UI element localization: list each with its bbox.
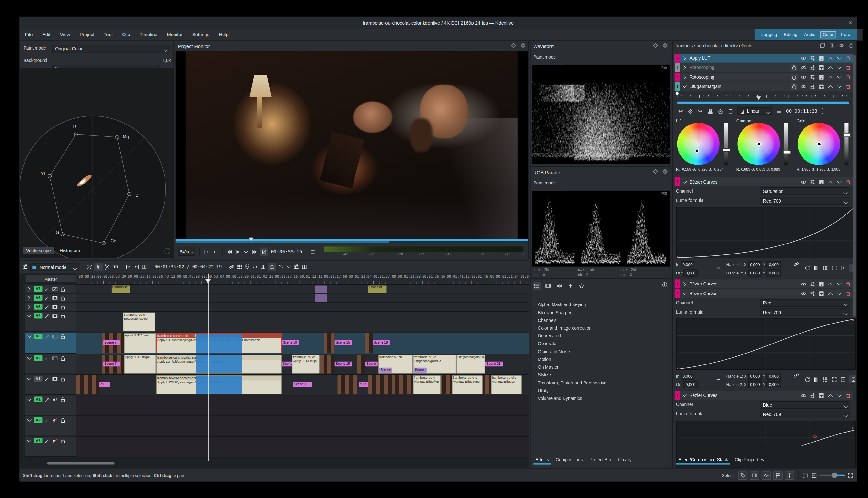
stack-copy-icon[interactable] bbox=[819, 42, 826, 48]
zoom-in-icon[interactable] bbox=[847, 472, 854, 478]
timeline-playhead[interactable] bbox=[208, 273, 209, 461]
curve-mode-button[interactable] bbox=[849, 376, 857, 383]
zoom-fit-icon[interactable] bbox=[803, 472, 809, 478]
clip[interactable] bbox=[324, 333, 335, 353]
browser-spk-button[interactable] bbox=[555, 281, 564, 290]
link-handles-icon[interactable] bbox=[793, 372, 799, 379]
monitor-seekbar[interactable] bbox=[176, 239, 528, 241]
delete-effect-icon[interactable] bbox=[845, 65, 851, 71]
zone-mode-button[interactable] bbox=[260, 247, 269, 256]
keyframe-toggle-button[interactable] bbox=[791, 64, 798, 71]
layout-tab-roto[interactable]: Roto bbox=[838, 31, 852, 38]
move-down-icon[interactable] bbox=[836, 393, 842, 399]
film-icon[interactable] bbox=[52, 376, 58, 382]
monitor-resolution-select[interactable]: 540p ⌄ bbox=[178, 247, 196, 256]
effect-category[interactable]: Alpha, Mask and Keying bbox=[532, 301, 669, 309]
track-header-V3[interactable]: V3 bbox=[25, 332, 77, 354]
track-header-V1[interactable]: V1 bbox=[25, 375, 77, 395]
layout-tab-color[interactable]: Color bbox=[820, 31, 836, 38]
keyframe-stopwatch-icon[interactable] bbox=[718, 108, 723, 114]
track-options-icon[interactable] bbox=[293, 264, 300, 270]
status-marker-button[interactable] bbox=[785, 471, 794, 479]
channel-select[interactable]: Saturation bbox=[760, 187, 850, 195]
scene-marker[interactable]: Scene 11 bbox=[293, 382, 312, 388]
play-options-icon[interactable] bbox=[244, 248, 250, 254]
scene-marker[interactable]: e 6 bbox=[99, 382, 110, 388]
layout-tab-audio[interactable]: Audio bbox=[802, 31, 818, 38]
track-target-V3[interactable]: V3 bbox=[34, 333, 42, 339]
select-tool-button[interactable] bbox=[94, 263, 103, 271]
track-target-V5[interactable]: V5 bbox=[34, 304, 42, 310]
stack-watch-icon[interactable] bbox=[848, 42, 854, 48]
monitor-menu-icon[interactable] bbox=[309, 248, 315, 254]
keyframe-ruler[interactable] bbox=[674, 92, 854, 102]
multicam-icon[interactable] bbox=[260, 264, 266, 270]
timeline-playhead-head[interactable] bbox=[205, 279, 211, 284]
layout-tab-logging[interactable]: Logging bbox=[759, 31, 779, 38]
clip[interactable]: framboise-ou-chApply LUT/Lift/ga bbox=[292, 355, 319, 374]
spk-icon[interactable] bbox=[52, 397, 58, 403]
effect-category[interactable]: Grain and Noise bbox=[532, 348, 669, 356]
track-lane-V3[interactable]: Scene 7Apply LUT/Rotoscframboise-ou-choc… bbox=[77, 332, 529, 354]
remove-point-button[interactable] bbox=[715, 265, 721, 271]
master-button[interactable]: Master bbox=[25, 274, 77, 283]
track-lane-A2[interactable] bbox=[77, 416, 529, 437]
presets-icon[interactable] bbox=[809, 55, 815, 61]
timeline-zone-in-icon[interactable] bbox=[126, 264, 132, 270]
next-keyframe-icon[interactable] bbox=[697, 108, 703, 114]
grid-icon[interactable] bbox=[237, 264, 243, 270]
delete-effect-icon[interactable] bbox=[845, 179, 851, 185]
status-film-button[interactable] bbox=[750, 471, 759, 479]
favorite-effects-button[interactable] bbox=[268, 263, 276, 271]
track-effects-icon[interactable] bbox=[44, 333, 50, 340]
loop-zone-icon[interactable] bbox=[278, 264, 284, 270]
stack-cols-icon[interactable] bbox=[829, 42, 835, 48]
expand-effect-icon[interactable] bbox=[682, 179, 688, 185]
track-target-V7[interactable]: V7 bbox=[34, 286, 42, 291]
effect-category[interactable]: Stylize bbox=[532, 371, 669, 379]
forward-icon[interactable] bbox=[252, 248, 258, 254]
track-lane-A1[interactable] bbox=[77, 395, 529, 416]
track-header-V5[interactable]: V5 bbox=[25, 303, 77, 311]
enable-effect-icon[interactable] bbox=[801, 74, 807, 80]
lock-track-icon[interactable] bbox=[60, 295, 66, 301]
zoom-out-icon[interactable] bbox=[811, 472, 817, 478]
track-effects-icon[interactable] bbox=[44, 304, 50, 310]
collapse-track-icon[interactable] bbox=[26, 355, 32, 362]
reset-curve-icon[interactable] bbox=[804, 265, 811, 271]
more-options-icon[interactable] bbox=[286, 264, 292, 270]
enable-effect-icon[interactable] bbox=[801, 55, 807, 61]
save-effect-icon[interactable] bbox=[818, 281, 825, 287]
track-target-V2[interactable]: V2 bbox=[34, 355, 42, 361]
close-icon[interactable]: ✕ bbox=[848, 17, 852, 29]
copy-keyframes-icon[interactable] bbox=[727, 108, 734, 114]
browser-sparkle-button[interactable] bbox=[566, 281, 575, 290]
keyframe-timecode[interactable]: 00:00:11:23 bbox=[786, 108, 817, 114]
clip-framboise-ou-chocolat-edit.mkv[interactable]: framboise-ou-chocolat-edit.mkv Apply LUT… bbox=[156, 355, 281, 374]
collapse-track-icon[interactable] bbox=[26, 304, 32, 310]
effect-category[interactable]: Channels bbox=[532, 317, 669, 325]
menu-timeline[interactable]: Timeline bbox=[140, 32, 157, 37]
zoom-out-curve-icon[interactable] bbox=[840, 265, 846, 271]
film-icon[interactable] bbox=[52, 295, 58, 301]
show-grid-icon[interactable] bbox=[822, 376, 828, 382]
move-up-icon[interactable] bbox=[827, 393, 833, 399]
scene-marker[interactable]: Scene bbox=[366, 362, 378, 367]
play-icon[interactable] bbox=[235, 248, 241, 254]
clip[interactable]: framboise-ou-choVignette Effect/A bbox=[491, 376, 522, 394]
timeline-ruler[interactable]: 00:00:29:0000:00:33:2000:00:38:1600:00:4… bbox=[77, 273, 529, 285]
effect-row[interactable]: f Bézier Curves bbox=[674, 391, 854, 400]
lock-track-icon[interactable] bbox=[60, 313, 66, 319]
enable-effect-icon[interactable] bbox=[801, 179, 807, 185]
lift-slider[interactable] bbox=[724, 122, 728, 165]
menu-edit[interactable]: Edit bbox=[42, 32, 50, 37]
zone-in-icon[interactable] bbox=[204, 248, 210, 254]
luma-formula-select[interactable]: Rec. 709 bbox=[760, 309, 850, 316]
scope-tab-vectorscope[interactable]: Vectorscope bbox=[23, 247, 54, 254]
track-header-V7[interactable]: V7 bbox=[25, 285, 77, 293]
spkmute-icon[interactable] bbox=[52, 438, 58, 444]
ripple-icon[interactable] bbox=[252, 264, 258, 270]
menu-clip[interactable]: Clip bbox=[122, 32, 130, 37]
collapse-track-icon[interactable] bbox=[26, 295, 32, 301]
enable-effect-icon[interactable] bbox=[801, 65, 807, 71]
